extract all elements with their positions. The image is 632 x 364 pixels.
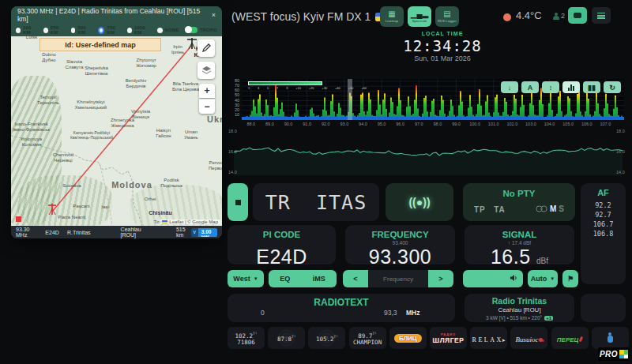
- eq-ims-toggle-group: EQ iMS: [269, 270, 337, 287]
- map-canvas[interactable]: Id: User-defined map LutskDubnoДубноSlav…: [11, 36, 222, 226]
- preset-button[interactable]: [592, 327, 629, 349]
- frequency-panel[interactable]: FREQUENCY 93.400 93.300: [345, 225, 455, 265]
- db-tick: 80: [235, 78, 239, 83]
- map-city-label: Ukra: [207, 117, 222, 122]
- map-zoom-in-button[interactable]: +: [199, 84, 215, 98]
- preset-button[interactable]: 105.2T¹: [308, 327, 345, 349]
- db-tick: 60: [235, 88, 239, 92]
- map-close-button[interactable]: ×: [212, 11, 216, 19]
- ims-toggle[interactable]: iMS: [313, 275, 325, 283]
- tropo-toggle[interactable]: TROPO: [185, 27, 217, 33]
- range-label: 750 KM: [107, 25, 121, 35]
- spectrum-plot[interactable]: 13579+10+20+30+40+50+60 ↓A↕▮▮↻: [242, 79, 624, 120]
- tropo-label: TROPO: [200, 28, 217, 32]
- menu-button[interactable]: [592, 7, 611, 24]
- map-city-label: Ivano-FrankivskІвано-Франківськ: [13, 122, 50, 132]
- map-info-bar: 93.30 MHz E24D R.Trinitas Ceahlau [ROU] …: [11, 226, 222, 238]
- auto-range-button[interactable]: A: [521, 81, 539, 93]
- map-city-label: IrpinІрпінь: [171, 44, 184, 54]
- refresh-button[interactable]: ↻: [604, 81, 621, 93]
- stereo-icon: [536, 205, 547, 212]
- preset-button[interactable]: Busuioc: [510, 327, 547, 349]
- volume-slider[interactable]: [463, 270, 523, 287]
- db-tick: 70: [235, 83, 239, 88]
- map-city-label: Lutsk: [26, 36, 37, 40]
- map-city-label: Pașcani: [73, 204, 89, 209]
- map-city-label: BerdychivБердичів: [126, 78, 146, 88]
- chevron-down-icon: ▼: [254, 276, 258, 281]
- radio-button-icon: [16, 28, 21, 33]
- preset-button[interactable]: RELAX➤: [470, 327, 507, 349]
- chat-icon: [574, 13, 581, 18]
- radiotext-right: 93,3: [384, 309, 397, 317]
- map-city-label: Pervom.Первом.: [209, 160, 222, 171]
- s-meter-tick: +60: [361, 86, 367, 90]
- map-legend: 100 KM250 KM500 KM750 KM1000 KMNONETROPO: [11, 24, 222, 36]
- freq-tick: 91.0: [303, 122, 311, 126]
- map-zoom-out-button[interactable]: −: [199, 99, 215, 114]
- tune-up-button[interactable]: >: [428, 270, 453, 287]
- map-layers-button[interactable]: [198, 62, 215, 79]
- freq-tick: 106.0: [581, 122, 592, 126]
- radio-button-icon: [71, 28, 76, 33]
- map-range-option[interactable]: 100 KM: [16, 25, 38, 35]
- speaker-icon: [510, 274, 518, 283]
- flag-button[interactable]: ⚑: [562, 270, 578, 287]
- preset-button[interactable]: 89.7T¹CHAMPION: [349, 327, 386, 349]
- rds-logger-button[interactable]: ▤ RDS Logger: [435, 6, 459, 27]
- map-city-label: ZhmerynkaЖмеринка: [111, 118, 134, 128]
- ps-mode-button[interactable]: [228, 183, 248, 221]
- ms-speech-flag: S: [559, 205, 564, 213]
- server-title-row[interactable]: (WEST focus) Kyiv FM DX 1 ▼: [231, 10, 401, 23]
- chat-button[interactable]: [568, 7, 587, 24]
- map-range-option[interactable]: 750 KM: [98, 25, 121, 35]
- pause-button[interactable]: ▮▮: [583, 81, 600, 93]
- antenna-select[interactable]: West▼: [228, 270, 264, 287]
- af-title: AF: [581, 188, 626, 197]
- chart-mode-button[interactable]: [562, 81, 580, 93]
- eq-toggle[interactable]: EQ: [280, 275, 290, 283]
- preset-button[interactable]: ПЕРЕЦ: [551, 327, 589, 349]
- bandwidth-select[interactable]: Auto▼: [528, 270, 558, 287]
- frequency-input[interactable]: [368, 270, 428, 287]
- pro-tv-logo: PRO: [598, 347, 630, 361]
- tune-down-button[interactable]: <: [343, 270, 368, 287]
- preset-button[interactable]: 87.8T¹: [268, 327, 305, 349]
- map-panel: 93.300 MHz | E24D | Radio Trinitas from …: [11, 6, 222, 238]
- freq-tick: 100.0: [469, 122, 480, 126]
- pi-code-panel: PI CODE E24D: [228, 225, 336, 265]
- map-range-option[interactable]: NONE: [157, 28, 179, 33]
- busuioc-logo: Busuioc: [515, 331, 543, 345]
- map-range-option[interactable]: 250 KM: [43, 25, 66, 35]
- server-title: (WEST focus) Kyiv FM DX 1: [231, 10, 371, 23]
- af-frequency[interactable]: 106.7: [581, 220, 626, 229]
- s-meter-tick: +40: [335, 86, 340, 90]
- map-draw-button[interactable]: [198, 39, 215, 57]
- livemap-button[interactable]: ▦ Livemap: [380, 6, 404, 27]
- radio-button-icon: [43, 28, 48, 33]
- empty-panel: [581, 294, 626, 322]
- station-details: 3 kW [V] • 515 km • 220°: [486, 315, 542, 321]
- blue-person-icon: [606, 332, 614, 344]
- table-icon: ▤: [443, 10, 450, 18]
- fit-vertical-button[interactable]: ↕: [542, 81, 559, 93]
- preset-button[interactable]: 102.2T¹71806: [228, 327, 265, 349]
- db-tick: 30: [235, 103, 239, 107]
- spectrum-button[interactable]: ▁▄▂ Spectrum: [408, 6, 431, 27]
- signal-unit-selector[interactable]: dBf: [536, 257, 548, 265]
- preset-button[interactable]: РАДИОШЛЯГЕР: [430, 327, 467, 349]
- af-frequency[interactable]: 92.7: [581, 210, 626, 220]
- map-city-label: Chișinău: [149, 211, 172, 216]
- map-city-label: KhmelnytskyiХмельницький: [75, 99, 107, 110]
- map-range-option[interactable]: 1000 KM: [127, 25, 152, 35]
- af-frequency[interactable]: 92.2: [581, 201, 626, 210]
- freq-tick: 99.0: [452, 122, 461, 126]
- map-icon: ▦: [388, 10, 395, 18]
- blits-logo: БЛИЦ: [394, 334, 422, 343]
- s-meter-ticks: 13579+10+20+30+40+50+60: [248, 86, 367, 90]
- scroll-down-button[interactable]: ↓: [501, 81, 518, 93]
- map-range-option[interactable]: 500 KM: [71, 25, 93, 35]
- preset-button[interactable]: БЛИЦ: [389, 327, 427, 349]
- range-label: NONE: [165, 28, 179, 32]
- af-frequency[interactable]: 106.8: [581, 229, 626, 238]
